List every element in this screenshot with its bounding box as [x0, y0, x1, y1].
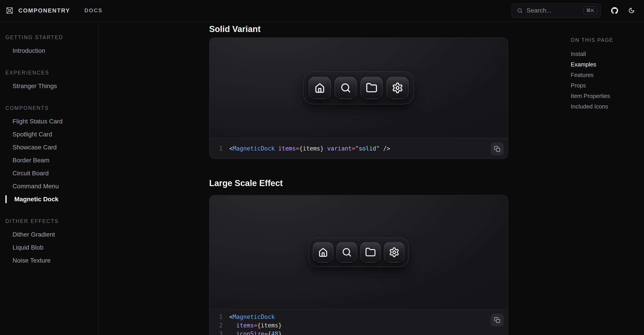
sidebar-item-label: Introduction — [12, 47, 45, 54]
sidebar-item-noise-texture[interactable]: Noise Texture — [5, 254, 98, 267]
demo-panel — [210, 38, 508, 138]
toc-title: ON THIS PAGE — [571, 37, 644, 43]
toc-item-included-icons[interactable]: Included Icons — [571, 101, 644, 112]
sidebar-section-title: EXPERIENCES — [5, 69, 98, 76]
sidebar-section-title: DITHER EFFECTS — [5, 218, 98, 224]
sidebar-section-title: GETTING STARTED — [5, 34, 98, 41]
magnetic-dock — [308, 237, 409, 267]
dock-button-settings[interactable] — [384, 242, 404, 262]
sidebar-item-label: Command Menu — [12, 183, 59, 190]
dock-button-search[interactable] — [336, 242, 357, 262]
sidebar-item-border-beam[interactable]: Border Beam — [5, 154, 98, 167]
dock-button-settings[interactable] — [386, 77, 409, 99]
line-number: 1 — [210, 313, 229, 321]
sidebar-item-label: Showcase Card — [12, 144, 57, 151]
sidebar-item-label: Dither Gradient — [12, 231, 55, 238]
sidebar-section: GETTING STARTEDIntroduction — [5, 34, 98, 57]
sidebar-item-label: Stranger Things — [12, 83, 57, 90]
search-shortcut-badge: ⌘K — [583, 6, 597, 15]
magnetic-dock — [303, 71, 414, 104]
top-navbar: COMPONENTRY DOCS ⌘K — [0, 0, 644, 22]
code-line: 3 iconSize={48} — [210, 330, 508, 335]
code-line: 2 items={items} — [210, 321, 508, 330]
sidebar-item-label: Border Beam — [12, 157, 50, 164]
sidebar-section-title: COMPONENTS — [5, 105, 98, 111]
toc-item-examples[interactable]: Examples — [571, 59, 644, 70]
sidebar-item-dither-gradient[interactable]: Dither Gradient — [5, 228, 98, 241]
line-number: 3 — [210, 330, 229, 335]
sidebar-item-spotlight-card[interactable]: Spotlight Card — [5, 128, 98, 141]
code-text: <MagneticDock — [229, 313, 275, 321]
sidebar-item-flight-status-card[interactable]: Flight Status Card — [5, 115, 98, 128]
toc-item-props[interactable]: Props — [571, 80, 644, 91]
sidebar-item-label: Spotlight Card — [12, 131, 52, 138]
sidebar-item-label: Liquid Blob — [12, 244, 44, 251]
section-heading: Large Scale Effect — [209, 177, 508, 189]
sidebar-item-showcase-card[interactable]: Showcase Card — [5, 141, 98, 154]
moon-icon[interactable] — [628, 7, 634, 14]
sidebar-item-circuit-board[interactable]: Circuit Board — [5, 167, 98, 180]
folder-icon — [365, 247, 376, 258]
code-text: items={items} — [229, 321, 282, 330]
github-icon[interactable] — [611, 7, 618, 14]
brand-name: COMPONENTRY — [18, 7, 70, 14]
line-number: 2 — [210, 321, 229, 330]
dock-button-home[interactable] — [308, 77, 331, 99]
navbar-actions: ⌘K — [512, 3, 634, 18]
line-number: 1 — [210, 144, 229, 153]
on-this-page: ON THIS PAGE InstallExamplesFeaturesProp… — [571, 22, 644, 335]
sidebar-item-command-menu[interactable]: Command Menu — [5, 180, 98, 193]
docs-content: Solid Variant1<MagneticDock items={items… — [209, 23, 508, 335]
active-indicator-bar — [5, 195, 7, 203]
dock-button-folder[interactable] — [360, 77, 383, 99]
home-icon — [314, 82, 326, 94]
brand-link[interactable]: COMPONENTRY — [6, 7, 70, 14]
sidebar-section: EXPERIENCESStranger Things — [5, 69, 98, 93]
copy-button[interactable] — [491, 142, 504, 155]
sidebar-section: COMPONENTSFlight Status CardSpotlight Ca… — [5, 105, 98, 206]
section-heading: Solid Variant — [209, 23, 508, 35]
code-line: 1<MagneticDock — [210, 313, 508, 321]
frame-logo-icon — [6, 7, 14, 14]
main-scroll-area: Solid Variant1<MagneticDock items={items… — [98, 22, 571, 335]
search-icon — [340, 82, 352, 94]
sidebar-item-liquid-blob[interactable]: Liquid Blob — [5, 241, 98, 254]
sidebar-item-magnetic-dock[interactable]: Magnetic Dock — [5, 193, 98, 206]
search-input[interactable] — [526, 7, 580, 14]
sidebar-section: DITHER EFFECTSDither GradientLiquid Blob… — [5, 218, 98, 267]
toc-item-install[interactable]: Install — [571, 49, 644, 59]
dock-button-search[interactable] — [334, 77, 357, 99]
sidebar-item-stranger-things[interactable]: Stranger Things — [5, 80, 98, 93]
demo-panel — [210, 195, 508, 309]
sidebar-item-label: Noise Texture — [12, 257, 51, 264]
code-block: 1<MagneticDock2 items={items}3 iconSize=… — [210, 309, 508, 335]
sidebar-item-label: Magnetic Dock — [14, 196, 58, 203]
code-text: <MagneticDock items={items} variant="sol… — [229, 144, 390, 153]
copy-button[interactable] — [491, 313, 504, 326]
code-block: 1<MagneticDock items={items} variant="so… — [210, 138, 508, 159]
sidebar-item-label: Circuit Board — [12, 170, 49, 177]
app-root: COMPONENTRY DOCS ⌘K — [0, 0, 644, 335]
component-demo-card: 1<MagneticDock2 items={items}3 iconSize=… — [209, 195, 508, 335]
sidebar-item-label: Flight Status Card — [12, 118, 62, 125]
search-box[interactable]: ⌘K — [512, 3, 601, 18]
sidebar-nav: GETTING STARTEDIntroductionEXPERIENCESSt… — [0, 22, 98, 335]
toc-item-features[interactable]: Features — [571, 70, 644, 80]
sidebar-item-introduction[interactable]: Introduction — [5, 44, 98, 57]
component-demo-card: 1<MagneticDock items={items} variant="so… — [209, 37, 508, 159]
settings-icon — [389, 247, 400, 258]
folder-icon — [366, 82, 378, 94]
search-icon — [517, 8, 523, 14]
dock-button-home[interactable] — [313, 242, 334, 262]
home-icon — [318, 247, 328, 258]
settings-icon — [392, 82, 403, 94]
dock-button-folder[interactable] — [360, 242, 381, 262]
code-line: 1<MagneticDock items={items} variant="so… — [210, 144, 508, 153]
toc-item-item-properties[interactable]: Item Properties — [571, 91, 644, 101]
code-text: iconSize={48} — [229, 330, 282, 335]
nav-link-docs[interactable]: DOCS — [84, 7, 102, 14]
search-icon — [342, 247, 352, 258]
